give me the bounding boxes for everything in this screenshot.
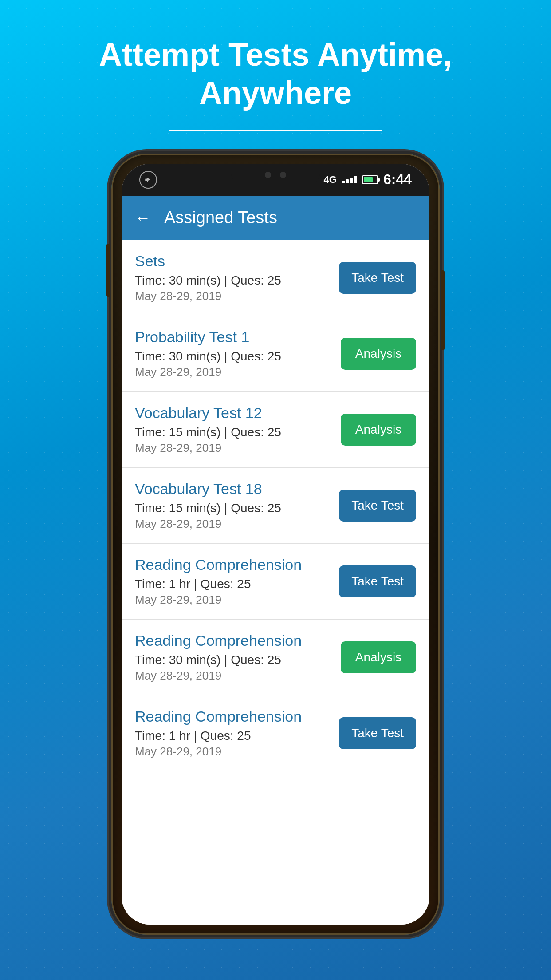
status-left [139, 171, 157, 189]
test-name: Reading Comprehension [135, 556, 339, 573]
test-info: Reading Comprehension Time: 30 min(s) | … [135, 632, 341, 683]
battery-icon [362, 175, 378, 184]
notch-sensor [280, 172, 286, 178]
back-button[interactable]: ← [135, 209, 151, 227]
status-right: 4G 6:44 [324, 171, 412, 188]
test-date: May 28-29, 2019 [135, 441, 341, 455]
hero-title: Attempt Tests Anytime, Anywhere [0, 36, 551, 112]
test-meta: Time: 30 min(s) | Ques: 25 [135, 653, 341, 667]
analysis-button[interactable]: Analysis [341, 641, 416, 673]
test-date: May 28-29, 2019 [135, 593, 339, 607]
speaker-icon [139, 171, 157, 189]
test-item: Reading Comprehension Time: 1 hr | Ques:… [122, 544, 429, 620]
test-item: Sets Time: 30 min(s) | Ques: 25 May 28-2… [122, 240, 429, 316]
test-info: Vocabulary Test 18 Time: 15 min(s) | Que… [135, 480, 339, 531]
test-meta: Time: 1 hr | Ques: 25 [135, 729, 339, 743]
phone-screen: 4G 6:44 ← Assigned Tests [122, 164, 429, 925]
signal-icon [342, 176, 357, 183]
test-list: Sets Time: 30 min(s) | Ques: 25 May 28-2… [122, 240, 429, 925]
phone-shell: 4G 6:44 ← Assigned Tests [111, 154, 440, 935]
test-date: May 28-29, 2019 [135, 669, 341, 683]
test-date: May 28-29, 2019 [135, 289, 339, 303]
test-meta: Time: 1 hr | Ques: 25 [135, 577, 339, 591]
screen-content: ← Assigned Tests Sets Time: 30 min(s) | … [122, 196, 429, 925]
test-info: Reading Comprehension Time: 1 hr | Ques:… [135, 556, 339, 607]
test-info: Sets Time: 30 min(s) | Ques: 25 May 28-2… [135, 253, 339, 303]
test-date: May 28-29, 2019 [135, 745, 339, 759]
test-name: Sets [135, 253, 339, 270]
front-camera [265, 172, 271, 178]
analysis-button[interactable]: Analysis [341, 414, 416, 446]
app-header: ← Assigned Tests [122, 196, 429, 240]
status-bar: 4G 6:44 [122, 164, 429, 196]
test-meta: Time: 30 min(s) | Ques: 25 [135, 273, 339, 288]
test-name: Reading Comprehension [135, 632, 341, 649]
test-item: Reading Comprehension Time: 1 hr | Ques:… [122, 695, 429, 771]
test-meta: Time: 15 min(s) | Ques: 25 [135, 425, 341, 439]
test-item: Probability Test 1 Time: 30 min(s) | Que… [122, 316, 429, 392]
notch [231, 164, 320, 186]
take-test-button[interactable]: Take Test [339, 565, 416, 597]
test-info: Probability Test 1 Time: 30 min(s) | Que… [135, 328, 341, 379]
test-meta: Time: 30 min(s) | Ques: 25 [135, 349, 341, 364]
take-test-button[interactable]: Take Test [339, 490, 416, 522]
test-info: Vocabulary Test 12 Time: 15 min(s) | Que… [135, 404, 341, 455]
test-item: Vocabulary Test 12 Time: 15 min(s) | Que… [122, 392, 429, 468]
battery-fill [364, 177, 373, 182]
test-item: Reading Comprehension Time: 30 min(s) | … [122, 620, 429, 695]
test-item: Vocabulary Test 18 Time: 15 min(s) | Que… [122, 468, 429, 544]
test-name: Vocabulary Test 18 [135, 480, 339, 498]
analysis-button[interactable]: Analysis [341, 338, 416, 370]
take-test-button[interactable]: Take Test [339, 717, 416, 749]
test-meta: Time: 15 min(s) | Ques: 25 [135, 501, 339, 515]
network-indicator: 4G [324, 174, 337, 186]
take-test-button[interactable]: Take Test [339, 262, 416, 294]
hero-divider [169, 130, 382, 131]
page-title: Assigned Tests [164, 208, 277, 227]
test-date: May 28-29, 2019 [135, 365, 341, 379]
test-name: Vocabulary Test 12 [135, 404, 341, 422]
test-name: Probability Test 1 [135, 328, 341, 346]
test-name: Reading Comprehension [135, 708, 339, 725]
test-info: Reading Comprehension Time: 1 hr | Ques:… [135, 708, 339, 759]
test-date: May 28-29, 2019 [135, 517, 339, 531]
status-time: 6:44 [383, 171, 412, 188]
